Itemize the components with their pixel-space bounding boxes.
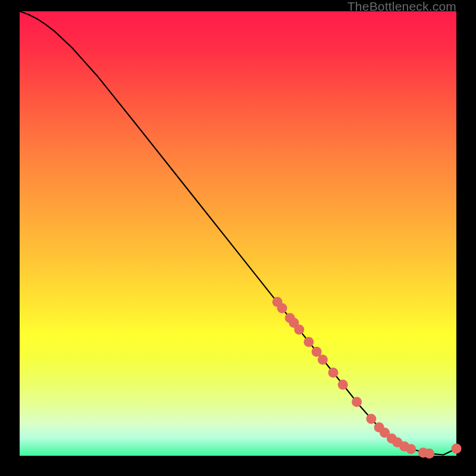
bottleneck-curve (20, 11, 456, 455)
dot (294, 324, 304, 334)
dot (318, 355, 328, 365)
dot (328, 368, 339, 378)
dot (452, 444, 462, 454)
highlight-dots (273, 297, 462, 459)
chart-stage: TheBottleneck.com (0, 0, 476, 476)
dot (277, 303, 287, 314)
dot (352, 397, 362, 407)
plot-svg (20, 11, 456, 456)
dot (406, 444, 416, 454)
dot (312, 347, 322, 357)
dot (424, 449, 434, 459)
watermark-text: TheBottleneck.com (347, 0, 456, 12)
dot (366, 414, 376, 424)
dot (303, 337, 314, 347)
dot (338, 380, 348, 390)
